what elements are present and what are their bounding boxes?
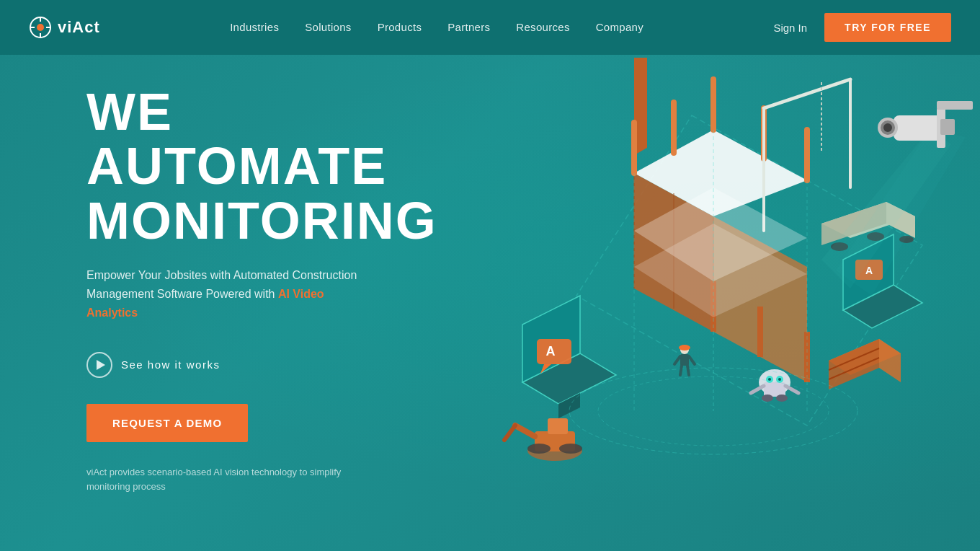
request-demo-button[interactable]: Request A Demo: [86, 404, 248, 442]
logo[interactable]: viAct: [29, 16, 100, 39]
svg-marker-45: [829, 339, 879, 389]
svg-point-56: [778, 378, 781, 381]
svg-line-83: [689, 356, 695, 364]
svg-point-64: [527, 444, 551, 454]
svg-line-85: [687, 366, 689, 375]
play-icon: [97, 360, 105, 370]
nav-right: Sign In TRY FOR FREE: [773, 13, 951, 42]
svg-marker-46: [879, 339, 901, 382]
svg-rect-50: [764, 382, 785, 397]
svg-point-58: [776, 394, 788, 402]
svg-text:A: A: [546, 344, 556, 358]
nav-item-company[interactable]: Company: [596, 21, 643, 34]
nav-item-industries[interactable]: Industries: [230, 21, 279, 34]
hero-section: WE AUTOMATE MONITORING Empower Your Jobs…: [0, 0, 980, 551]
svg-point-65: [559, 444, 582, 454]
play-button-circle: [86, 352, 112, 378]
svg-line-63: [504, 426, 515, 440]
hero-footnote: viAct provides scenario-based AI vision …: [86, 465, 360, 495]
nav-item-solutions[interactable]: Solutions: [305, 21, 351, 34]
svg-rect-74: [940, 119, 955, 135]
hero-title: WE AUTOMATE MONITORING: [86, 85, 461, 249]
svg-point-71: [883, 123, 892, 132]
svg-line-84: [680, 366, 682, 375]
nav-links: Industries Solutions Products Partners R…: [230, 21, 643, 34]
see-how-label: See how it works: [121, 358, 220, 371]
svg-line-82: [674, 356, 680, 364]
hero-illustration: A A: [404, 58, 980, 526]
hero-subtitle: Empower Your Jobsites with Automated Con…: [86, 266, 375, 323]
hero-title-line1: WE AUTOMATE: [86, 83, 387, 195]
hero-content: WE AUTOMATE MONITORING Empower Your Jobs…: [86, 85, 461, 495]
svg-point-86: [679, 345, 690, 351]
svg-line-62: [515, 426, 535, 436]
svg-point-1: [37, 24, 44, 31]
nav-item-resources[interactable]: Resources: [516, 21, 569, 34]
sign-in-link[interactable]: Sign In: [773, 22, 807, 34]
svg-line-22: [764, 79, 850, 108]
navbar: viAct Industries Solutions Products Part…: [0, 0, 980, 55]
logo-text: viAct: [58, 18, 100, 37]
svg-rect-61: [548, 418, 568, 434]
see-how-link[interactable]: See how it works: [86, 352, 461, 378]
svg-point-55: [768, 378, 771, 381]
construction-scene-svg: A A: [404, 58, 980, 534]
hero-title-line2: MONITORING: [86, 192, 437, 250]
svg-rect-73: [937, 101, 973, 110]
svg-rect-68: [894, 115, 944, 141]
try-free-button[interactable]: TRY FOR FREE: [824, 13, 951, 42]
nav-item-products[interactable]: Products: [378, 21, 422, 34]
logo-icon: [29, 16, 52, 39]
svg-point-57: [762, 394, 773, 402]
nav-item-partners[interactable]: Partners: [447, 21, 490, 34]
